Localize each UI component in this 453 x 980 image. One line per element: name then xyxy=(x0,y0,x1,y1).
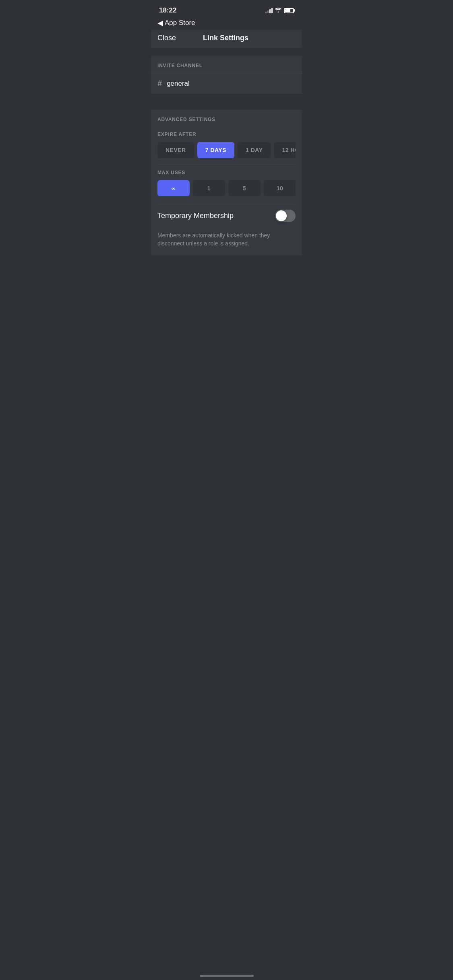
expire-7days-button[interactable]: 7 DAYS xyxy=(197,142,234,158)
max-uses-5-button[interactable]: 5 xyxy=(228,180,261,196)
max-uses-10-button[interactable]: 10 xyxy=(264,180,296,196)
page-title: Link Settings xyxy=(176,34,275,42)
temporary-membership-label: Temporary Membership xyxy=(157,212,234,220)
temporary-membership-desc-text: Members are automatically kicked when th… xyxy=(157,232,270,247)
channel-row[interactable]: # general xyxy=(151,73,302,94)
close-button[interactable]: Close xyxy=(157,34,176,42)
max-uses-1-button[interactable]: 1 xyxy=(193,180,225,196)
max-uses-infinite-button[interactable]: ∞ xyxy=(157,180,190,196)
expire-after-options: NEVER 7 DAYS 1 DAY 12 HO xyxy=(157,142,296,158)
max-uses-options: ∞ 1 5 10 xyxy=(157,180,296,196)
temporary-membership-description: Members are automatically kicked when th… xyxy=(151,229,302,255)
toggle-knob xyxy=(276,210,287,221)
expire-1day-button[interactable]: 1 DAY xyxy=(238,142,271,158)
invite-channel-label: INVITE CHANNEL xyxy=(157,63,203,68)
temporary-membership-toggle[interactable] xyxy=(275,210,296,222)
status-icons xyxy=(265,8,294,14)
status-time: 18:22 xyxy=(159,6,176,14)
invite-channel-section-header: INVITE CHANNEL xyxy=(151,56,302,73)
signal-icon xyxy=(265,8,273,13)
battery-icon xyxy=(284,8,294,13)
section-gap-1 xyxy=(151,48,302,56)
advanced-settings-header: ADVANCED SETTINGS xyxy=(151,110,302,127)
expire-12hours-button[interactable]: 12 HO xyxy=(274,142,296,158)
expire-after-label: EXPIRE AFTER xyxy=(157,132,296,137)
advanced-settings-section: ADVANCED SETTINGS EXPIRE AFTER NEVER 7 D… xyxy=(151,110,302,255)
status-bar: 18:22 xyxy=(151,0,302,18)
section-gap-2 xyxy=(151,94,302,102)
expire-never-button[interactable]: NEVER xyxy=(157,142,194,158)
channel-name: general xyxy=(167,80,190,88)
max-uses-label: MAX USES xyxy=(157,170,296,175)
temporary-membership-row: Temporary Membership xyxy=(151,203,302,229)
back-navigation[interactable]: ◀ App Store xyxy=(151,18,302,30)
advanced-settings-label: ADVANCED SETTINGS xyxy=(157,117,215,122)
page-background xyxy=(151,255,302,416)
nav-header: Close Link Settings xyxy=(151,30,302,48)
back-label: App Store xyxy=(165,19,195,27)
back-chevron-icon: ◀ xyxy=(157,19,163,27)
expire-after-group: EXPIRE AFTER NEVER 7 DAYS 1 DAY 12 HO xyxy=(151,127,302,165)
hash-icon: # xyxy=(157,79,162,88)
max-uses-group: MAX USES ∞ 1 5 10 xyxy=(151,165,302,203)
wifi-icon xyxy=(275,8,281,14)
